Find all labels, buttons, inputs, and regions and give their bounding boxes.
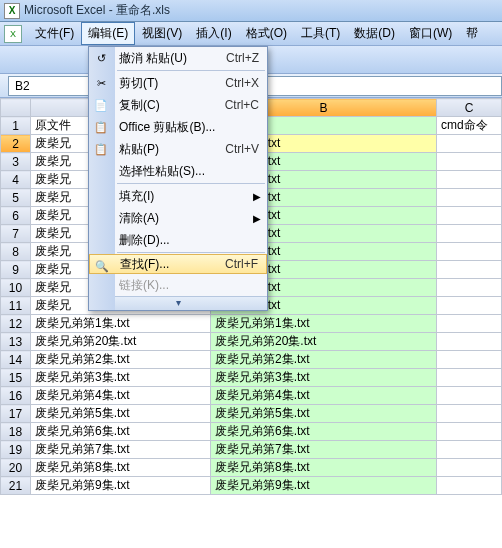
cell[interactable]: 废柴兄弟第1集.txt: [31, 315, 211, 333]
row-header[interactable]: 8: [1, 243, 31, 261]
row-header[interactable]: 7: [1, 225, 31, 243]
row-header[interactable]: 2: [1, 135, 31, 153]
menu-copy[interactable]: 📄 复制(C) Ctrl+C: [89, 94, 267, 116]
row-header[interactable]: 16: [1, 387, 31, 405]
cell[interactable]: 废柴兄弟第2集.txt: [31, 351, 211, 369]
row-header[interactable]: 12: [1, 315, 31, 333]
row-header[interactable]: 21: [1, 477, 31, 495]
cell[interactable]: 废柴兄弟第4集.txt: [211, 387, 437, 405]
menu-office-clipboard[interactable]: 📋 Office 剪贴板(B)...: [89, 116, 267, 138]
cell[interactable]: 废柴兄弟第8集.txt: [211, 459, 437, 477]
menu-view[interactable]: 视图(V): [135, 22, 189, 45]
menu-insert[interactable]: 插入(I): [189, 22, 238, 45]
col-header-c[interactable]: C: [437, 99, 502, 117]
row-header[interactable]: 6: [1, 207, 31, 225]
row-header[interactable]: 19: [1, 441, 31, 459]
menu-fill[interactable]: 填充(I) ▶: [89, 185, 267, 207]
cell[interactable]: 废柴兄弟第2集.txt: [211, 351, 437, 369]
submenu-arrow-icon: ▶: [253, 213, 261, 224]
cell[interactable]: 废柴兄弟第20集.txt: [211, 333, 437, 351]
cell[interactable]: 废柴兄弟第5集.txt: [211, 405, 437, 423]
cell[interactable]: [437, 423, 502, 441]
menu-tools[interactable]: 工具(T): [294, 22, 347, 45]
cell[interactable]: [437, 405, 502, 423]
menu-paste[interactable]: 📋 粘贴(P) Ctrl+V: [89, 138, 267, 160]
edit-menu-dropdown: ↺ 撤消 粘贴(U) Ctrl+Z ✂ 剪切(T) Ctrl+X 📄 复制(C)…: [88, 46, 268, 311]
select-all-corner[interactable]: [1, 99, 31, 117]
menu-window[interactable]: 窗口(W): [402, 22, 459, 45]
menu-format[interactable]: 格式(O): [239, 22, 294, 45]
menu-paste-special[interactable]: 选择性粘贴(S)...: [89, 160, 267, 182]
paste-icon: 📋: [93, 141, 109, 157]
row-header[interactable]: 20: [1, 459, 31, 477]
window-title: Microsoft Excel - 重命名.xls: [24, 2, 170, 19]
cell[interactable]: 废柴兄弟第1集.txt: [211, 315, 437, 333]
cell[interactable]: 废柴兄弟第9集.txt: [31, 477, 211, 495]
cell[interactable]: [437, 135, 502, 153]
cell[interactable]: 废柴兄弟第3集.txt: [31, 369, 211, 387]
cell[interactable]: [437, 189, 502, 207]
cell[interactable]: 废柴兄弟第7集.txt: [211, 441, 437, 459]
title-bar: X Microsoft Excel - 重命名.xls: [0, 0, 502, 22]
cell[interactable]: 废柴兄弟第5集.txt: [31, 405, 211, 423]
menu-separator: [117, 252, 265, 253]
row-header[interactable]: 3: [1, 153, 31, 171]
cell[interactable]: [437, 441, 502, 459]
cell[interactable]: [437, 279, 502, 297]
row-header[interactable]: 9: [1, 261, 31, 279]
cell[interactable]: 废柴兄弟第6集.txt: [211, 423, 437, 441]
row-header[interactable]: 11: [1, 297, 31, 315]
cell[interactable]: [437, 207, 502, 225]
cell[interactable]: 废柴兄弟第6集.txt: [31, 423, 211, 441]
cell[interactable]: [437, 261, 502, 279]
menu-delete[interactable]: 删除(D)...: [89, 229, 267, 251]
cell[interactable]: cmd命令: [437, 117, 502, 135]
cell[interactable]: [437, 387, 502, 405]
row-header[interactable]: 4: [1, 171, 31, 189]
row-header[interactable]: 15: [1, 369, 31, 387]
cell[interactable]: [437, 243, 502, 261]
cell[interactable]: [437, 171, 502, 189]
menu-help[interactable]: 帮: [459, 22, 485, 45]
menu-file[interactable]: 文件(F): [28, 22, 81, 45]
undo-icon: ↺: [93, 50, 109, 66]
menu-undo[interactable]: ↺ 撤消 粘贴(U) Ctrl+Z: [89, 47, 267, 69]
scissors-icon: ✂: [93, 75, 109, 91]
row-header[interactable]: 5: [1, 189, 31, 207]
cell[interactable]: 废柴兄弟第4集.txt: [31, 387, 211, 405]
workbook-icon[interactable]: X: [4, 25, 22, 43]
name-box[interactable]: B2: [8, 76, 98, 96]
row-header[interactable]: 14: [1, 351, 31, 369]
row-header[interactable]: 1: [1, 117, 31, 135]
menu-clear[interactable]: 清除(A) ▶: [89, 207, 267, 229]
menu-bar[interactable]: X 文件(F) 编辑(E) 视图(V) 插入(I) 格式(O) 工具(T) 数据…: [0, 22, 502, 46]
cell[interactable]: [437, 153, 502, 171]
cell[interactable]: [437, 297, 502, 315]
row-header[interactable]: 17: [1, 405, 31, 423]
cell[interactable]: [437, 315, 502, 333]
cell[interactable]: 废柴兄弟第8集.txt: [31, 459, 211, 477]
excel-icon: X: [4, 3, 20, 19]
copy-icon: 📄: [93, 97, 109, 113]
cell[interactable]: [437, 351, 502, 369]
cell[interactable]: [437, 477, 502, 495]
submenu-arrow-icon: ▶: [253, 191, 261, 202]
menu-expand-chevron[interactable]: ▾: [89, 296, 267, 310]
menu-edit[interactable]: 编辑(E): [81, 22, 135, 45]
row-header[interactable]: 13: [1, 333, 31, 351]
cell[interactable]: 废柴兄弟第9集.txt: [211, 477, 437, 495]
menu-find[interactable]: 🔍 查找(F)... Ctrl+F: [89, 254, 267, 274]
cell[interactable]: [437, 333, 502, 351]
menu-data[interactable]: 数据(D): [347, 22, 402, 45]
cell[interactable]: 废柴兄弟第20集.txt: [31, 333, 211, 351]
cell[interactable]: [437, 459, 502, 477]
row-header[interactable]: 10: [1, 279, 31, 297]
cell[interactable]: 废柴兄弟第3集.txt: [211, 369, 437, 387]
cell[interactable]: 废柴兄弟第7集.txt: [31, 441, 211, 459]
menu-links: 链接(K)...: [89, 274, 267, 296]
row-header[interactable]: 18: [1, 423, 31, 441]
menu-separator: [117, 70, 265, 71]
cell[interactable]: [437, 369, 502, 387]
menu-cut[interactable]: ✂ 剪切(T) Ctrl+X: [89, 72, 267, 94]
cell[interactable]: [437, 225, 502, 243]
